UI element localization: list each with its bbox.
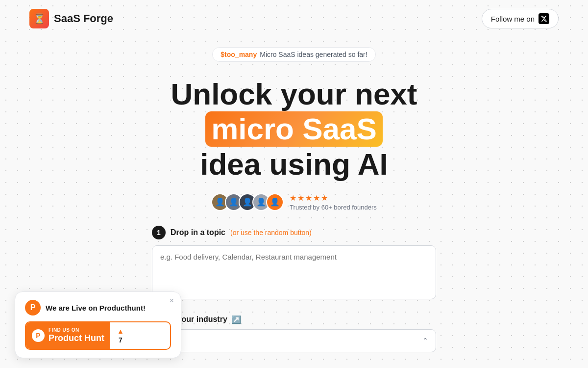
- avatar: 👤: [266, 193, 284, 211]
- title-part1: Unlock your next: [171, 77, 417, 111]
- step1-text: Drop in a topic: [171, 228, 225, 237]
- trust-row: 👤 👤 👤 👤 👤 ★★★★★ Trusted by 60+ bored fou…: [211, 193, 377, 211]
- industry-emoji: ↗️: [231, 315, 241, 324]
- ph-find-us-label: FIND US ON: [49, 327, 104, 333]
- follow-button[interactable]: Follow me on: [482, 9, 559, 28]
- hero-title: Unlock your next micro SaaS idea using A…: [86, 77, 502, 182]
- industry-section: Select your industry ↗️ Technology Healt…: [152, 315, 436, 352]
- industry-select[interactable]: Technology Healthcare Finance Education …: [152, 329, 436, 352]
- logo-area: ⏳ SaaS Forge: [29, 9, 113, 28]
- ph-live-text: We are Live on Producthunt!: [46, 304, 146, 312]
- ph-top-row: P We are Live on Producthunt!: [25, 300, 171, 315]
- ph-badge-right: ▲ 7: [110, 322, 131, 349]
- ph-badge-text: FIND US ON Product Hunt: [49, 327, 104, 344]
- product-hunt-popup: × P We are Live on Producthunt! P FIND U…: [15, 291, 181, 358]
- trust-text: Trusted by 60+ bored founders: [290, 204, 377, 211]
- follow-label: Follow me on: [491, 15, 535, 23]
- title-highlight: micro SaaS: [205, 111, 383, 146]
- logo-text: SaaS Forge: [54, 12, 113, 25]
- arrow-up-icon: ▲: [117, 327, 124, 335]
- x-twitter-icon: [539, 13, 549, 24]
- industry-label: Select your industry ↗️: [152, 315, 436, 324]
- avatars: 👤 👤 👤 👤 👤: [211, 193, 284, 211]
- ph-badge-p-icon: P: [32, 329, 45, 342]
- trust-info: ★★★★★ Trusted by 60+ bored founders: [290, 193, 377, 211]
- form-section: 1 Drop in a topic (or use the random but…: [152, 226, 436, 352]
- title-part2: idea using AI: [200, 147, 388, 181]
- topic-textarea[interactable]: [152, 245, 436, 299]
- step1-label: 1 Drop in a topic (or use the random but…: [152, 226, 436, 239]
- ph-badge[interactable]: P FIND US ON Product Hunt ▲ 7: [25, 321, 171, 350]
- stars: ★★★★★: [290, 193, 377, 203]
- logo-icon: ⏳: [29, 9, 49, 28]
- step1-number: 1: [152, 226, 166, 239]
- close-button[interactable]: ×: [170, 297, 174, 305]
- header: ⏳ SaaS Forge Follow me on: [0, 0, 588, 37]
- ph-vote-count: 7: [119, 336, 122, 344]
- step1-hint: (or use the random button): [230, 229, 312, 237]
- badge-highlight: $too_many: [220, 51, 257, 58]
- industry-select-wrapper[interactable]: Technology Healthcare Finance Education …: [152, 329, 436, 352]
- ph-product-hunt-name: Product Hunt: [49, 333, 104, 344]
- ph-badge-left: P FIND US ON Product Hunt: [26, 322, 110, 349]
- ideas-badge: $too_many Micro SaaS ideas generated so …: [212, 47, 375, 62]
- badge-text: Micro SaaS ideas generated so far!: [260, 51, 367, 58]
- ph-p-circle: P: [25, 300, 41, 315]
